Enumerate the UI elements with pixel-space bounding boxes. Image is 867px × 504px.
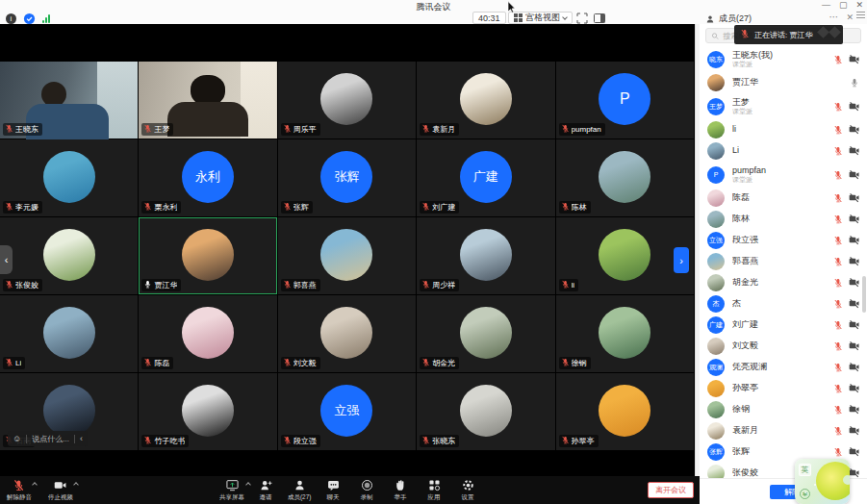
member-row[interactable]: Li	[700, 140, 867, 162]
meeting-info-icon[interactable]: i	[6, 13, 16, 24]
camera-off-icon[interactable]	[849, 359, 859, 376]
video-tile[interactable]: 张辉 张辉	[278, 139, 417, 217]
mic-muted-icon[interactable]	[833, 253, 843, 270]
video-tile[interactable]: 李元媛	[0, 139, 139, 217]
toolbar-invite[interactable]: 邀请	[250, 478, 282, 502]
toolbar-share-screen[interactable]: 共享屏幕	[217, 478, 248, 502]
toolbar-record[interactable]: 录制	[351, 478, 383, 502]
member-row[interactable]: 广建 刘广建	[700, 315, 867, 336]
toolbar-apps[interactable]: 应用	[419, 478, 450, 502]
side-handle-icon[interactable]	[856, 12, 865, 18]
video-tile[interactable]: 胡金光	[417, 295, 555, 373]
close-button[interactable]: ✕	[855, 0, 863, 10]
mic-muted-icon[interactable]	[833, 295, 843, 313]
member-row[interactable]: 立强 段立强	[700, 230, 867, 251]
toolbar-settings[interactable]: 设置	[452, 478, 484, 502]
camera-off-icon[interactable]	[849, 211, 859, 228]
ime-settings-icon[interactable]: ✱	[800, 489, 810, 499]
member-row[interactable]: 王梦 王梦课堂派	[700, 93, 867, 119]
camera-off-icon[interactable]	[849, 443, 859, 461]
mic-muted-icon[interactable]	[833, 422, 843, 440]
mic-muted-icon[interactable]	[833, 338, 843, 355]
video-tile[interactable]: 立强 段立强	[278, 373, 417, 451]
mic-muted-icon[interactable]	[833, 98, 843, 115]
camera-off-icon[interactable]	[849, 253, 859, 270]
mic-muted-icon[interactable]	[833, 211, 843, 228]
member-row[interactable]: 杰 杰	[700, 293, 867, 315]
scrollbar-thumb[interactable]	[862, 276, 866, 313]
member-row[interactable]: 陈林	[700, 209, 867, 230]
mic-muted-icon[interactable]	[833, 274, 843, 291]
camera-off-icon[interactable]	[849, 232, 859, 249]
camera-off-icon[interactable]	[849, 189, 859, 207]
camera-off-icon[interactable]	[849, 142, 859, 160]
member-row[interactable]: 孙翠亭	[700, 378, 867, 399]
video-tile[interactable]: 广建 刘广建	[417, 139, 555, 217]
video-tile[interactable]: P pumpfan	[556, 62, 695, 139]
panel-close-button[interactable]: ✕	[846, 13, 854, 22]
mic-muted-icon[interactable]	[833, 316, 843, 334]
video-tile[interactable]: 周少祥	[417, 217, 555, 295]
mic-muted-icon[interactable]	[833, 121, 843, 139]
camera-off-icon[interactable]	[849, 295, 859, 313]
member-row[interactable]: P pumpfan课堂派	[700, 162, 867, 188]
video-tile[interactable]: 徐钢	[556, 295, 695, 373]
toolbar-raise-hand[interactable]: 举手	[385, 478, 417, 502]
mic-muted-icon[interactable]	[833, 142, 843, 160]
camera-off-icon[interactable]	[849, 422, 859, 440]
toolbar-members[interactable]: 成员(27)	[284, 478, 316, 502]
video-tile[interactable]: 郭喜燕	[278, 217, 417, 295]
chevron-up-icon[interactable]	[32, 482, 38, 488]
video-tile[interactable]: 孙翠亭	[556, 373, 695, 451]
video-tile[interactable]: 袁新月	[417, 62, 555, 139]
chevron-up-icon[interactable]	[73, 482, 79, 488]
video-tile[interactable]: Li	[0, 295, 139, 373]
network-signal-icon[interactable]	[42, 14, 50, 23]
mic-muted-icon[interactable]	[833, 401, 843, 418]
mic-muted-icon[interactable]	[833, 380, 843, 397]
camera-off-icon[interactable]	[849, 465, 859, 478]
video-tile[interactable]: 贾江华	[139, 217, 277, 295]
mic-muted-icon[interactable]	[833, 232, 843, 249]
camera-off-icon[interactable]	[849, 338, 859, 355]
member-row[interactable]: 胡金光	[700, 272, 867, 293]
mic-on-icon[interactable]	[850, 74, 859, 91]
mic-muted-icon[interactable]	[833, 166, 843, 184]
member-row[interactable]: 观澜 凭亮观澜	[700, 357, 867, 378]
toolbar-mic-muted[interactable]: 解除静音	[3, 478, 35, 502]
member-row[interactable]: 郭喜燕	[700, 251, 867, 272]
video-tile[interactable]: 陈林	[556, 139, 695, 217]
camera-off-icon[interactable]	[849, 401, 859, 418]
camera-off-icon[interactable]	[849, 51, 859, 68]
member-row[interactable]: 陈磊	[700, 188, 867, 209]
toolbar-camera[interactable]: 停止视频	[44, 478, 76, 502]
video-tile[interactable]: 王梦	[139, 62, 277, 139]
minimize-button[interactable]: —	[822, 0, 830, 10]
page-right-button[interactable]: ›	[674, 247, 689, 273]
video-tile[interactable]: 永利 栗永利	[139, 139, 277, 217]
maximize-button[interactable]: ▢	[839, 0, 848, 10]
video-tile[interactable]: 陈磊	[139, 295, 277, 373]
member-row[interactable]: 贾江华	[700, 72, 867, 93]
toolbar-chat[interactable]: 聊天	[318, 478, 349, 502]
video-tile[interactable]: 竹子吃书	[139, 373, 277, 451]
camera-off-icon[interactable]	[849, 380, 859, 397]
camera-off-icon[interactable]	[849, 121, 859, 139]
mic-muted-icon[interactable]	[833, 51, 843, 68]
video-tile[interactable]: 周乐平	[278, 62, 417, 139]
video-tile[interactable]: 刘文毅	[278, 295, 417, 373]
member-row[interactable]: 袁新月	[700, 420, 867, 441]
member-row[interactable]: li	[700, 119, 867, 140]
emoji-icon[interactable]: ☺	[13, 434, 21, 443]
fullscreen-icon[interactable]	[575, 12, 589, 25]
mic-muted-icon[interactable]	[833, 359, 843, 376]
camera-off-icon[interactable]	[849, 316, 859, 334]
leave-meeting-button[interactable]: 离开会议	[648, 482, 694, 498]
member-row[interactable]: 晓东 王晓东(我)课堂派	[700, 46, 867, 72]
camera-off-icon[interactable]	[849, 98, 859, 115]
layout-toggle-icon[interactable]	[593, 12, 606, 25]
video-tile[interactable]: 王晓东	[0, 62, 139, 139]
collapse-chat-icon[interactable]: ‹	[80, 434, 83, 443]
member-row[interactable]: 徐钢	[700, 399, 867, 420]
camera-off-icon[interactable]	[849, 274, 859, 291]
